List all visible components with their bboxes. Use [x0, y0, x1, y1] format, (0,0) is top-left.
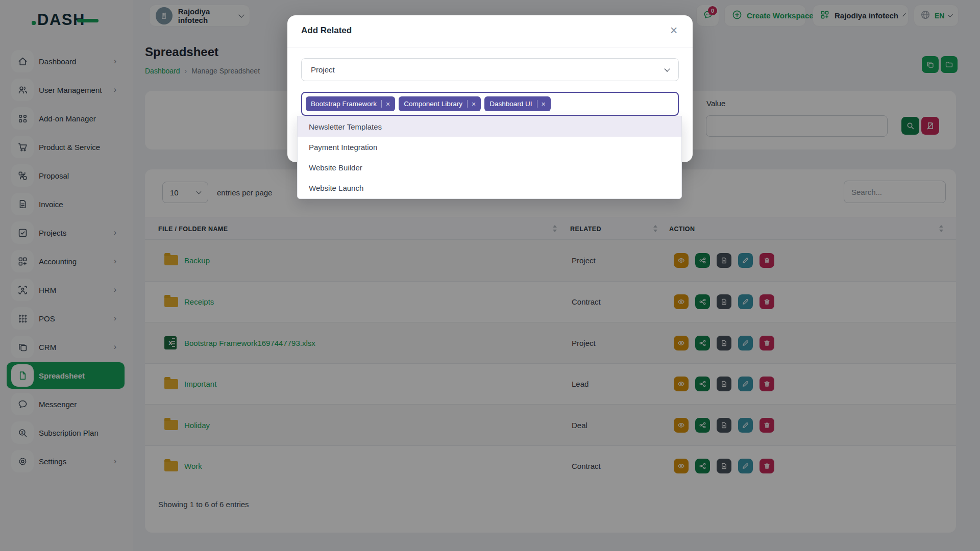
add-related-modal: Add Related Project Bootstrap Framework … — [287, 15, 693, 162]
dropdown-option[interactable]: Website Launch — [298, 178, 681, 198]
related-options-dropdown: Newsletter Templates Payment Integration… — [297, 116, 682, 199]
related-type-select[interactable]: Project — [301, 58, 679, 81]
related-tag: Bootstrap Framework — [306, 96, 395, 111]
remove-tag-icon[interactable] — [537, 100, 546, 108]
modal-title: Add Related — [301, 26, 352, 36]
remove-tag-icon[interactable] — [467, 100, 476, 108]
related-multiselect[interactable]: Bootstrap Framework Component Library Da… — [301, 92, 679, 116]
dropdown-option[interactable]: Website Builder — [298, 158, 681, 178]
related-tag-label: Dashboard UI — [489, 100, 532, 108]
related-tag: Dashboard UI — [484, 96, 550, 111]
close-icon[interactable] — [666, 22, 681, 38]
related-tag-label: Component Library — [404, 100, 462, 108]
remove-tag-icon[interactable] — [381, 100, 390, 108]
related-tag: Component Library — [399, 96, 481, 111]
related-tag-label: Bootstrap Framework — [311, 100, 377, 108]
app-root: DASH Dashboard User Management — [0, 0, 980, 551]
related-type-value: Project — [311, 65, 335, 74]
chevron-down-icon — [664, 66, 670, 71]
dropdown-option[interactable]: Newsletter Templates — [298, 116, 681, 137]
modal-divider — [287, 47, 693, 47]
dropdown-option[interactable]: Payment Integration — [298, 137, 681, 157]
